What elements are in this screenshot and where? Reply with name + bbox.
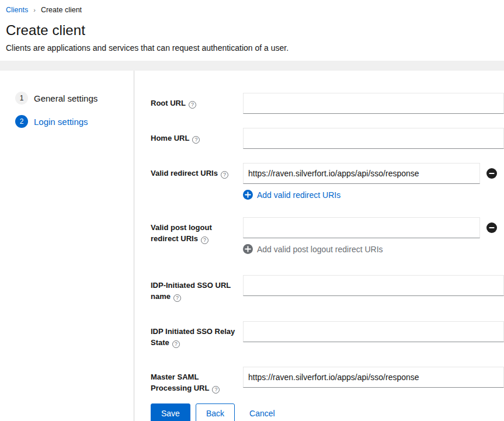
master-saml-url-input[interactable]: [243, 367, 504, 388]
field-label-idp-sso-relay-state: IDP Initiated SSO Relay State?: [151, 321, 243, 349]
step-number-badge: 2: [15, 115, 28, 128]
breadcrumb: Clients › Create client: [6, 6, 495, 14]
cancel-button[interactable]: Cancel: [247, 404, 277, 421]
wizard-step-login-settings[interactable]: 2 Login settings: [15, 115, 124, 128]
section-divider: [0, 61, 504, 71]
idp-sso-url-name-input[interactable]: [243, 275, 504, 296]
wizard-step-general-settings[interactable]: 1 General settings: [15, 92, 124, 105]
help-icon[interactable]: ?: [212, 386, 220, 394]
field-row-valid-post-logout-redirect-uris: Valid post logout redirect URIs?: [151, 217, 504, 256]
page-header: Clients › Create client Create client Cl…: [0, 0, 504, 61]
home-url-input[interactable]: [243, 128, 504, 149]
field-row-idp-sso-relay-state: IDP Initiated SSO Relay State?: [151, 321, 504, 349]
field-label-valid-post-logout: Valid post logout redirect URIs?: [151, 217, 243, 245]
step-label: Login settings: [34, 117, 88, 127]
field-row-master-saml-url: Master SAML Processing URL?: [151, 367, 504, 394]
field-label-idp-sso-url-name: IDP-Initiated SSO URL name?: [151, 275, 243, 302]
page-title: Create client: [6, 22, 495, 39]
add-post-logout-uri-button[interactable]: Add valid post logout redirect URIs: [243, 244, 383, 254]
root-url-input[interactable]: [243, 93, 504, 114]
remove-redirect-uri-button[interactable]: [486, 168, 497, 179]
help-icon[interactable]: ?: [173, 294, 181, 302]
minus-circle-icon: [486, 168, 497, 179]
remove-post-logout-uri-button[interactable]: [486, 222, 497, 233]
field-row-idp-sso-url-name: IDP-Initiated SSO URL name?: [151, 275, 504, 302]
idp-sso-relay-state-input[interactable]: [243, 321, 504, 342]
breadcrumb-separator-icon: ›: [33, 7, 36, 13]
login-settings-form: Root URL? Home URL? Valid redirect URI: [134, 71, 504, 421]
add-link-label: Add valid redirect URIs: [257, 190, 340, 200]
breadcrumb-current: Create client: [41, 6, 82, 14]
wizard-nav: 1 General settings 2 Login settings: [0, 71, 134, 421]
add-link-label: Add valid post logout redirect URIs: [257, 245, 383, 254]
page-subtitle: Clients are applications and services th…: [6, 43, 495, 53]
field-label-text: Master SAML Processing URL: [151, 373, 209, 392]
help-icon[interactable]: ?: [189, 101, 196, 109]
step-number-badge: 1: [15, 92, 28, 105]
step-label: General settings: [34, 93, 98, 103]
field-row-root-url: Root URL?: [151, 93, 504, 114]
save-button[interactable]: Save: [151, 403, 190, 421]
create-client-wizard: 1 General settings 2 Login settings Root…: [0, 71, 504, 421]
wizard-footer: Save Back Cancel: [151, 394, 504, 421]
field-row-home-url: Home URL?: [151, 128, 504, 149]
add-valid-redirect-uri-button[interactable]: Add valid redirect URIs: [243, 190, 340, 200]
field-label-valid-redirect-uris: Valid redirect URIs?: [151, 163, 243, 179]
field-label-text: IDP-Initiated SSO URL name: [151, 281, 231, 301]
field-label-text: Home URL: [151, 134, 189, 142]
minus-circle-icon: [486, 222, 497, 233]
field-label-master-saml-url: Master SAML Processing URL?: [151, 367, 243, 394]
valid-redirect-uri-input[interactable]: [243, 163, 480, 184]
help-icon[interactable]: ?: [192, 136, 200, 144]
help-icon[interactable]: ?: [201, 236, 208, 244]
field-row-valid-redirect-uris: Valid redirect URIs?: [151, 163, 504, 202]
plus-circle-icon: [243, 190, 253, 200]
back-button[interactable]: Back: [196, 403, 235, 421]
field-label-text: IDP Initiated SSO Relay State: [151, 327, 235, 347]
breadcrumb-link-clients[interactable]: Clients: [6, 6, 28, 14]
field-label-root-url: Root URL?: [151, 93, 243, 109]
field-label-home-url: Home URL?: [151, 128, 243, 144]
help-icon[interactable]: ?: [221, 171, 228, 179]
field-label-text: Root URL: [151, 99, 186, 107]
field-label-text: Valid redirect URIs: [151, 169, 218, 178]
post-logout-redirect-uri-input[interactable]: [243, 217, 480, 238]
help-icon[interactable]: ?: [172, 340, 180, 348]
plus-circle-icon: [243, 244, 253, 254]
